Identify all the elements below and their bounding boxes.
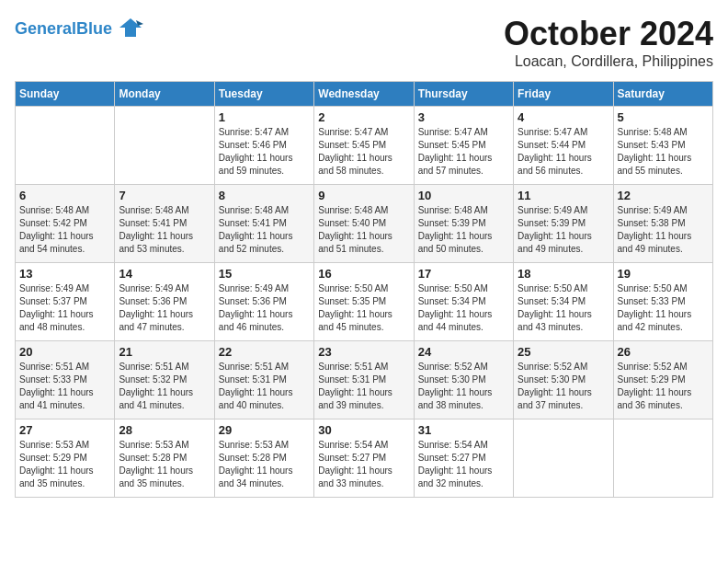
calendar-cell: 11Sunrise: 5:49 AMSunset: 5:39 PMDayligh… bbox=[514, 185, 613, 263]
calendar-cell: 23Sunrise: 5:51 AMSunset: 5:31 PMDayligh… bbox=[314, 341, 414, 419]
day-number: 23 bbox=[318, 345, 409, 359]
day-info: Sunrise: 5:50 AMSunset: 5:34 PMDaylight:… bbox=[418, 282, 509, 334]
calendar-week-row: 6Sunrise: 5:48 AMSunset: 5:42 PMDaylight… bbox=[16, 185, 713, 263]
day-info: Sunrise: 5:52 AMSunset: 5:30 PMDaylight:… bbox=[418, 361, 509, 412]
calendar-cell: 18Sunrise: 5:50 AMSunset: 5:34 PMDayligh… bbox=[514, 263, 613, 341]
day-number: 17 bbox=[418, 267, 509, 281]
calendar-week-row: 13Sunrise: 5:49 AMSunset: 5:37 PMDayligh… bbox=[16, 263, 713, 341]
day-number: 1 bbox=[219, 110, 310, 124]
calendar-cell: 28Sunrise: 5:53 AMSunset: 5:28 PMDayligh… bbox=[115, 419, 214, 498]
day-info: Sunrise: 5:47 AMSunset: 5:45 PMDaylight:… bbox=[318, 126, 409, 178]
day-number: 7 bbox=[119, 189, 210, 202]
logo-text: GeneralBlue bbox=[15, 20, 112, 39]
weekday-header-friday: Friday bbox=[514, 82, 613, 107]
logo-general: General bbox=[15, 19, 76, 38]
day-number: 25 bbox=[518, 345, 609, 359]
day-info: Sunrise: 5:49 AMSunset: 5:36 PMDaylight:… bbox=[119, 282, 210, 334]
calendar-week-row: 27Sunrise: 5:53 AMSunset: 5:29 PMDayligh… bbox=[16, 419, 713, 498]
calendar-cell bbox=[16, 107, 115, 185]
calendar-cell: 24Sunrise: 5:52 AMSunset: 5:30 PMDayligh… bbox=[414, 341, 513, 419]
day-info: Sunrise: 5:54 AMSunset: 5:27 PMDaylight:… bbox=[418, 439, 509, 490]
calendar-cell bbox=[613, 419, 712, 498]
day-number: 26 bbox=[618, 345, 709, 359]
calendar-cell: 4Sunrise: 5:47 AMSunset: 5:44 PMDaylight… bbox=[514, 107, 613, 185]
calendar-cell: 27Sunrise: 5:53 AMSunset: 5:29 PMDayligh… bbox=[16, 419, 115, 498]
calendar-cell: 7Sunrise: 5:48 AMSunset: 5:41 PMDaylight… bbox=[115, 185, 214, 263]
day-info: Sunrise: 5:51 AMSunset: 5:31 PMDaylight:… bbox=[219, 361, 310, 412]
day-number: 18 bbox=[518, 267, 609, 281]
calendar-cell: 5Sunrise: 5:48 AMSunset: 5:43 PMDaylight… bbox=[613, 107, 712, 185]
day-number: 5 bbox=[618, 110, 709, 124]
day-number: 22 bbox=[219, 345, 310, 359]
day-number: 3 bbox=[418, 110, 509, 124]
day-number: 29 bbox=[219, 423, 310, 437]
location: Loacan, Cordillera, Philippines bbox=[504, 53, 713, 70]
calendar-cell: 3Sunrise: 5:47 AMSunset: 5:45 PMDaylight… bbox=[414, 107, 513, 185]
svg-marker-0 bbox=[119, 18, 142, 37]
calendar-cell: 13Sunrise: 5:49 AMSunset: 5:37 PMDayligh… bbox=[16, 263, 115, 341]
weekday-header-thursday: Thursday bbox=[414, 82, 513, 107]
weekday-header-sunday: Sunday bbox=[16, 82, 115, 107]
weekday-header-tuesday: Tuesday bbox=[214, 82, 313, 107]
calendar-cell bbox=[514, 419, 613, 498]
calendar-cell: 19Sunrise: 5:50 AMSunset: 5:33 PMDayligh… bbox=[613, 263, 712, 341]
day-number: 2 bbox=[318, 110, 409, 124]
day-number: 31 bbox=[418, 423, 509, 437]
calendar-cell: 30Sunrise: 5:54 AMSunset: 5:27 PMDayligh… bbox=[314, 419, 414, 498]
day-info: Sunrise: 5:49 AMSunset: 5:38 PMDaylight:… bbox=[618, 204, 709, 256]
calendar-cell: 2Sunrise: 5:47 AMSunset: 5:45 PMDaylight… bbox=[314, 107, 414, 185]
day-number: 19 bbox=[618, 267, 709, 281]
day-number: 9 bbox=[318, 189, 409, 202]
calendar-week-row: 1Sunrise: 5:47 AMSunset: 5:46 PMDaylight… bbox=[16, 107, 713, 185]
calendar-cell: 16Sunrise: 5:50 AMSunset: 5:35 PMDayligh… bbox=[314, 263, 414, 341]
logo-blue: Blue bbox=[76, 19, 112, 38]
day-number: 12 bbox=[618, 189, 709, 202]
weekday-header-row: SundayMondayTuesdayWednesdayThursdayFrid… bbox=[16, 82, 713, 107]
calendar-cell: 25Sunrise: 5:52 AMSunset: 5:30 PMDayligh… bbox=[514, 341, 613, 419]
day-info: Sunrise: 5:48 AMSunset: 5:40 PMDaylight:… bbox=[318, 204, 409, 256]
weekday-header-monday: Monday bbox=[115, 82, 214, 107]
day-info: Sunrise: 5:48 AMSunset: 5:41 PMDaylight:… bbox=[119, 204, 210, 256]
day-number: 30 bbox=[318, 423, 409, 437]
day-number: 28 bbox=[119, 423, 210, 437]
day-info: Sunrise: 5:47 AMSunset: 5:44 PMDaylight:… bbox=[518, 126, 609, 178]
day-info: Sunrise: 5:54 AMSunset: 5:27 PMDaylight:… bbox=[318, 439, 409, 490]
calendar-cell: 15Sunrise: 5:49 AMSunset: 5:36 PMDayligh… bbox=[214, 263, 313, 341]
calendar-cell: 20Sunrise: 5:51 AMSunset: 5:33 PMDayligh… bbox=[16, 341, 115, 419]
day-number: 16 bbox=[318, 267, 409, 281]
calendar-cell: 21Sunrise: 5:51 AMSunset: 5:32 PMDayligh… bbox=[115, 341, 214, 419]
day-number: 10 bbox=[418, 189, 509, 202]
day-number: 4 bbox=[518, 110, 609, 124]
day-info: Sunrise: 5:51 AMSunset: 5:32 PMDaylight:… bbox=[119, 361, 210, 412]
day-info: Sunrise: 5:47 AMSunset: 5:45 PMDaylight:… bbox=[418, 126, 509, 178]
day-info: Sunrise: 5:49 AMSunset: 5:36 PMDaylight:… bbox=[219, 282, 310, 334]
weekday-header-wednesday: Wednesday bbox=[314, 82, 414, 107]
day-info: Sunrise: 5:50 AMSunset: 5:34 PMDaylight:… bbox=[518, 282, 609, 334]
calendar-cell: 14Sunrise: 5:49 AMSunset: 5:36 PMDayligh… bbox=[115, 263, 214, 341]
calendar-cell: 1Sunrise: 5:47 AMSunset: 5:46 PMDaylight… bbox=[214, 107, 313, 185]
day-number: 8 bbox=[219, 189, 310, 202]
calendar-cell bbox=[115, 107, 214, 185]
title-block: October 2024 Loacan, Cordillera, Philipp… bbox=[504, 15, 713, 70]
logo: GeneralBlue bbox=[15, 15, 143, 44]
calendar-cell: 22Sunrise: 5:51 AMSunset: 5:31 PMDayligh… bbox=[214, 341, 313, 419]
day-info: Sunrise: 5:52 AMSunset: 5:29 PMDaylight:… bbox=[618, 361, 709, 412]
day-number: 15 bbox=[219, 267, 310, 281]
day-number: 11 bbox=[518, 189, 609, 202]
calendar-cell: 26Sunrise: 5:52 AMSunset: 5:29 PMDayligh… bbox=[613, 341, 712, 419]
day-number: 13 bbox=[19, 267, 110, 281]
calendar-cell: 10Sunrise: 5:48 AMSunset: 5:39 PMDayligh… bbox=[414, 185, 513, 263]
day-number: 24 bbox=[418, 345, 509, 359]
day-info: Sunrise: 5:48 AMSunset: 5:43 PMDaylight:… bbox=[618, 126, 709, 178]
day-number: 21 bbox=[119, 345, 210, 359]
calendar-cell: 6Sunrise: 5:48 AMSunset: 5:42 PMDaylight… bbox=[16, 185, 115, 263]
calendar-cell: 31Sunrise: 5:54 AMSunset: 5:27 PMDayligh… bbox=[414, 419, 513, 498]
day-info: Sunrise: 5:49 AMSunset: 5:39 PMDaylight:… bbox=[518, 204, 609, 256]
logo-bird-icon bbox=[118, 15, 143, 40]
day-info: Sunrise: 5:51 AMSunset: 5:33 PMDaylight:… bbox=[19, 361, 110, 412]
calendar-cell: 8Sunrise: 5:48 AMSunset: 5:41 PMDaylight… bbox=[214, 185, 313, 263]
calendar-cell: 12Sunrise: 5:49 AMSunset: 5:38 PMDayligh… bbox=[613, 185, 712, 263]
calendar-table: SundayMondayTuesdayWednesdayThursdayFrid… bbox=[15, 81, 713, 498]
day-info: Sunrise: 5:50 AMSunset: 5:35 PMDaylight:… bbox=[318, 282, 409, 334]
day-number: 6 bbox=[19, 189, 110, 202]
